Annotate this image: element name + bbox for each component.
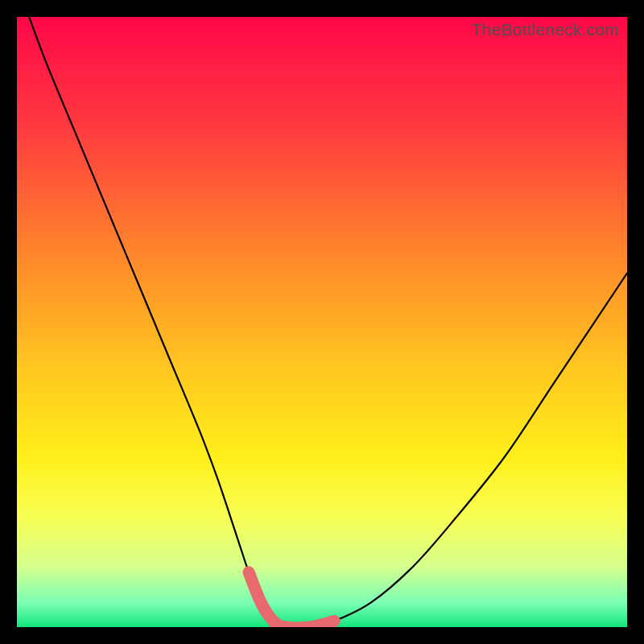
bottleneck-curve bbox=[29, 17, 627, 627]
curve-layer bbox=[17, 17, 627, 627]
plot-area: TheBottleneck.com bbox=[17, 17, 627, 627]
watermark-label: TheBottleneck.com bbox=[472, 20, 619, 39]
chart-frame: TheBottleneck.com bbox=[0, 0, 644, 644]
highlight-segment bbox=[249, 572, 334, 627]
